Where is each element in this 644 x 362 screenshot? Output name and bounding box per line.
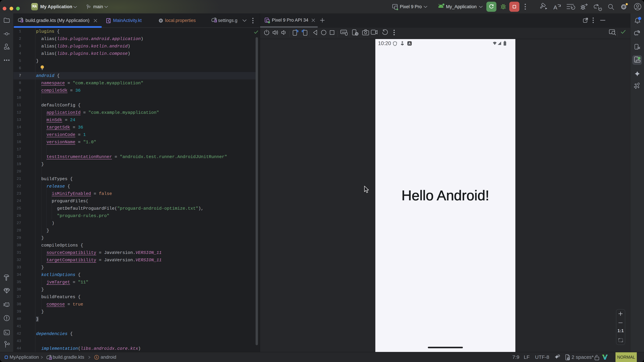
svg-text:A: A	[408, 42, 411, 45]
svg-text:λ: λ	[96, 356, 98, 360]
svg-text:A: A	[554, 4, 557, 10]
